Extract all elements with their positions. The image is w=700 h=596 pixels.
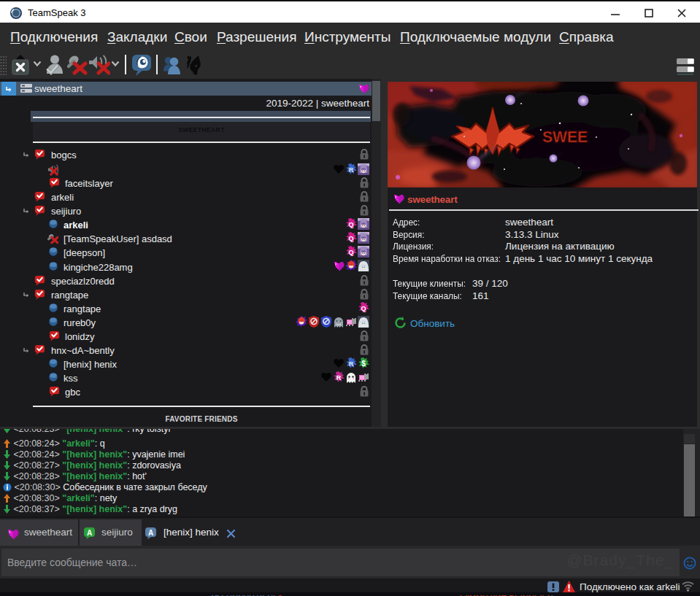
svg-text:R: R — [336, 374, 342, 382]
svg-text:A: A — [148, 529, 153, 537]
svg-text:Q: Q — [348, 221, 353, 228]
svg-text:R: R — [349, 360, 354, 368]
svg-text:Q: Q — [348, 249, 353, 256]
svg-text:R: R — [349, 166, 354, 174]
svg-text:Q: Q — [348, 235, 353, 242]
svg-text:Q: Q — [361, 305, 366, 312]
svg-text:$: $ — [361, 360, 366, 368]
svg-text:A: A — [87, 529, 92, 537]
svg-text:SWEE: SWEE — [542, 128, 588, 146]
